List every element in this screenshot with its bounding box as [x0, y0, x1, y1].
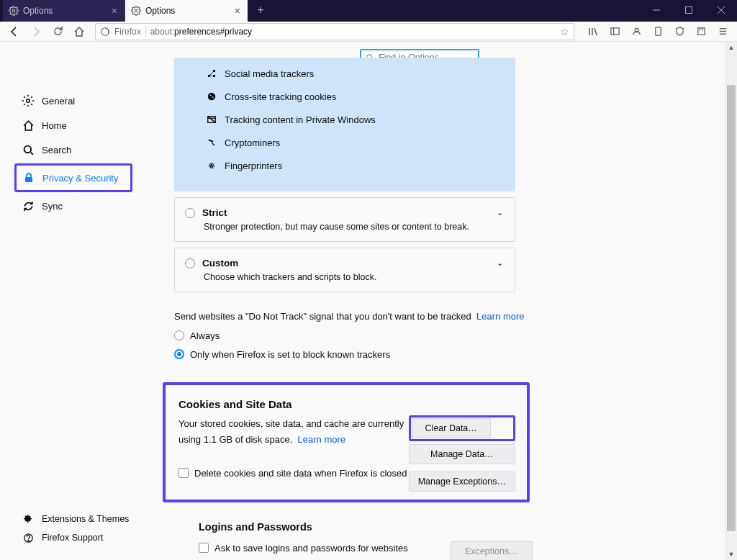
minimize-button[interactable]	[640, 0, 672, 20]
sidebar-item-sync[interactable]: Sync	[16, 194, 137, 218]
tab-strip: Options × Options × +	[0, 0, 271, 22]
sidebar-item-general[interactable]: General	[16, 89, 137, 113]
cookies-section-highlight: Cookies and Site Data Your stored cookie…	[163, 382, 530, 502]
tab-label: Options	[23, 6, 53, 16]
svg-line-24	[30, 152, 32, 154]
protections-icon[interactable]	[648, 22, 668, 41]
tracker-fingerprint: Fingerprinters	[206, 154, 495, 177]
bookmark-star-icon[interactable]: ☆	[560, 26, 569, 37]
account-icon[interactable]	[626, 22, 646, 41]
custom-option[interactable]: Custom Choose which trackers and scripts…	[174, 248, 515, 292]
svg-point-12	[635, 28, 638, 32]
cookies-description: Your stored cookies, site data, and cach…	[178, 416, 416, 448]
clear-data-highlight: Clear Data…	[409, 415, 515, 441]
manage-exceptions-button[interactable]: Manage Exceptions…	[409, 471, 515, 492]
tab-options-1[interactable]: Options ×	[3, 0, 125, 22]
sidebar-item-extensions[interactable]: Extensions & Themes	[16, 510, 129, 528]
maximize-button[interactable]	[672, 0, 705, 20]
url-bar[interactable]: Firefox about:preferences#privacy ☆	[95, 23, 574, 40]
svg-point-22	[27, 99, 30, 103]
pickaxe-icon	[206, 137, 217, 148]
chevron-down-icon[interactable]: ⌄	[497, 258, 503, 268]
sidebar-item-privacy[interactable]: Privacy & Security	[17, 166, 130, 190]
fingerprint-icon	[206, 160, 217, 171]
close-window-button[interactable]	[705, 0, 737, 20]
social-icon	[206, 68, 217, 79]
search-icon	[22, 143, 35, 156]
logins-section: Logins and Passwords Ask to save logins …	[199, 521, 530, 560]
scroll-up-icon[interactable]: ▲	[725, 42, 737, 53]
sidebar-item-search[interactable]: Search	[16, 137, 137, 162]
dnt-always[interactable]: Always	[174, 326, 708, 345]
tab-options-2[interactable]: Options ×	[125, 0, 248, 22]
learn-more-link[interactable]: Learn more	[298, 434, 345, 445]
cookie-icon	[206, 91, 217, 102]
radio-icon[interactable]	[185, 258, 195, 268]
help-icon	[22, 531, 35, 544]
firefox-icon	[100, 27, 110, 37]
tracker-social: Social media trackers	[206, 62, 495, 85]
logins-heading: Logins and Passwords	[199, 521, 530, 533]
svg-point-1	[135, 9, 137, 12]
dnt-only-blocking[interactable]: Only when Firefox is set to block known …	[174, 345, 708, 363]
reload-button[interactable]	[48, 22, 68, 41]
tracker-cookies: Cross-site tracking cookies	[206, 85, 495, 108]
sidebar-item-home[interactable]: Home	[16, 113, 137, 137]
learn-more-link[interactable]: Learn more	[476, 311, 524, 322]
manage-data-button[interactable]: Manage Data…	[409, 444, 515, 464]
puzzle-icon	[22, 512, 35, 525]
close-icon[interactable]: ×	[235, 5, 240, 17]
gear-icon	[9, 6, 19, 16]
url-text: about:preferences#privacy	[150, 27, 252, 37]
back-button[interactable]	[4, 22, 24, 41]
strict-option[interactable]: Strict Stronger protection, but may caus…	[174, 197, 515, 242]
svg-rect-13	[655, 27, 661, 35]
preferences-page: General Home Search Privacy & Security S…	[0, 42, 737, 560]
identity-label: Firefox	[114, 27, 141, 37]
radio-icon[interactable]	[174, 330, 184, 340]
menu-icon[interactable]	[713, 22, 733, 41]
svg-rect-14	[697, 28, 704, 35]
checkbox-icon[interactable]	[199, 543, 209, 553]
chevron-down-icon[interactable]: ⌄	[497, 208, 503, 217]
sync-icon	[22, 199, 35, 212]
tracker-crypto: Cryptominers	[206, 131, 495, 154]
svg-point-27	[27, 540, 28, 541]
svg-point-34	[209, 94, 211, 96]
dnt-lead: Send websites a "Do Not Track" signal th…	[174, 292, 708, 326]
forward-button[interactable]	[26, 22, 46, 41]
svg-point-0	[12, 9, 15, 12]
library-icon[interactable]	[583, 22, 603, 41]
svg-line-38	[208, 117, 216, 123]
main-pane: Social media trackers Cross-site trackin…	[137, 42, 737, 560]
lock-icon	[22, 171, 35, 184]
svg-rect-3	[685, 7, 692, 14]
standard-protection-panel: Social media trackers Cross-site trackin…	[174, 58, 515, 191]
radio-icon[interactable]	[185, 208, 195, 218]
gear-icon	[131, 6, 141, 16]
scrollbar[interactable]: ▲ ▼	[725, 42, 737, 560]
exceptions-button[interactable]: Exceptions…	[451, 541, 533, 560]
sidebar-item-support[interactable]: Firefox Support	[16, 528, 129, 547]
sidebar-icon[interactable]	[605, 22, 625, 41]
scrollbar-thumb[interactable]	[727, 85, 736, 531]
checkbox-icon[interactable]	[178, 468, 189, 478]
svg-point-35	[212, 96, 214, 98]
shield-icon[interactable]	[669, 22, 689, 41]
gear-icon	[22, 94, 35, 107]
cookies-heading: Cookies and Site Data	[178, 398, 515, 410]
svg-point-23	[24, 145, 31, 153]
save-icon[interactable]	[691, 22, 711, 41]
close-icon[interactable]: ×	[112, 5, 117, 17]
window-controls	[640, 0, 737, 20]
home-button[interactable]	[69, 22, 89, 41]
new-tab-button[interactable]: +	[250, 0, 271, 20]
tab-label: Options	[145, 6, 175, 16]
scroll-down-icon[interactable]: ▼	[725, 548, 737, 560]
clear-data-button[interactable]: Clear Data…	[412, 418, 491, 438]
svg-point-33	[208, 93, 216, 101]
preferences-sidebar: General Home Search Privacy & Security S…	[0, 42, 137, 560]
radio-icon[interactable]	[174, 349, 184, 359]
tracker-content: Tracking content in Private Windows	[206, 108, 495, 131]
svg-rect-25	[25, 177, 32, 182]
